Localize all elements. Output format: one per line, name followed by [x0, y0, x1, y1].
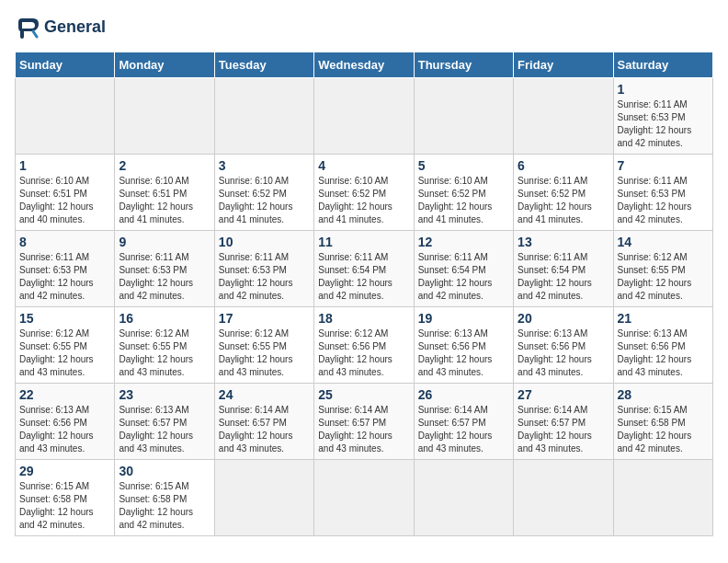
calendar-cell: 21 Sunrise: 6:13 AM Sunset: 6:56 PM Dayl… [613, 307, 712, 384]
day-number: 7 [618, 158, 709, 173]
calendar-cell: 7 Sunrise: 6:11 AM Sunset: 6:53 PM Dayli… [613, 155, 712, 231]
calendar-cell: 1 Sunrise: 6:11 AM Sunset: 6:53 PM Dayli… [613, 78, 712, 155]
day-number: 16 [119, 311, 210, 326]
day-info: Sunrise: 6:15 AM Sunset: 6:58 PM Dayligh… [618, 404, 709, 455]
day-info: Sunrise: 6:12 AM Sunset: 6:55 PM Dayligh… [618, 251, 709, 303]
calendar-body: 1 Sunrise: 6:11 AM Sunset: 6:53 PM Dayli… [16, 78, 713, 536]
day-info: Sunrise: 6:11 AM Sunset: 6:54 PM Dayligh… [318, 251, 409, 303]
calendar-cell [414, 78, 513, 155]
day-number: 20 [518, 311, 609, 326]
day-number: 18 [318, 311, 409, 326]
day-number: 2 [119, 158, 210, 173]
day-info: Sunrise: 6:10 AM Sunset: 6:51 PM Dayligh… [19, 175, 110, 226]
day-info: Sunrise: 6:11 AM Sunset: 6:53 PM Dayligh… [19, 251, 110, 303]
day-info: Sunrise: 6:11 AM Sunset: 6:54 PM Dayligh… [518, 251, 609, 303]
day-info: Sunrise: 6:14 AM Sunset: 6:57 PM Dayligh… [219, 404, 310, 455]
calendar-cell: 26 Sunrise: 6:14 AM Sunset: 6:57 PM Dayl… [414, 384, 513, 460]
calendar-cell [514, 78, 613, 155]
day-info: Sunrise: 6:13 AM Sunset: 6:56 PM Dayligh… [19, 404, 110, 455]
day-info: Sunrise: 6:11 AM Sunset: 6:53 PM Dayligh… [618, 98, 709, 150]
calendar-header: SundayMondayTuesdayWednesdayThursdayFrid… [16, 52, 713, 78]
day-number: 8 [19, 235, 110, 249]
calendar-cell: 9 Sunrise: 6:11 AM Sunset: 6:53 PM Dayli… [115, 231, 214, 307]
page-header: General [15, 15, 713, 40]
calendar-week-4: 22 Sunrise: 6:13 AM Sunset: 6:56 PM Dayl… [16, 384, 713, 460]
calendar-cell: 3 Sunrise: 6:10 AM Sunset: 6:52 PM Dayli… [214, 155, 313, 231]
calendar-week-2: 8 Sunrise: 6:11 AM Sunset: 6:53 PM Dayli… [16, 231, 713, 307]
day-info: Sunrise: 6:10 AM Sunset: 6:52 PM Dayligh… [219, 175, 310, 226]
calendar-cell [514, 460, 613, 536]
day-info: Sunrise: 6:13 AM Sunset: 6:56 PM Dayligh… [618, 327, 709, 379]
calendar-week-1: 1 Sunrise: 6:10 AM Sunset: 6:51 PM Dayli… [16, 155, 713, 231]
calendar-cell: 29 Sunrise: 6:15 AM Sunset: 6:58 PM Dayl… [16, 460, 115, 536]
calendar-cell: 18 Sunrise: 6:12 AM Sunset: 6:56 PM Dayl… [314, 307, 414, 384]
calendar-cell: 5 Sunrise: 6:10 AM Sunset: 6:52 PM Dayli… [414, 155, 513, 231]
day-number: 17 [219, 311, 310, 326]
weekday-monday: Monday [115, 52, 214, 78]
day-number: 5 [418, 158, 509, 173]
calendar-cell: 13 Sunrise: 6:11 AM Sunset: 6:54 PM Dayl… [514, 231, 613, 307]
calendar-cell: 27 Sunrise: 6:14 AM Sunset: 6:57 PM Dayl… [514, 384, 613, 460]
day-info: Sunrise: 6:15 AM Sunset: 6:58 PM Dayligh… [19, 480, 110, 532]
calendar-cell: 20 Sunrise: 6:13 AM Sunset: 6:56 PM Dayl… [514, 307, 613, 384]
calendar-cell: 25 Sunrise: 6:14 AM Sunset: 6:57 PM Dayl… [314, 384, 414, 460]
day-info: Sunrise: 6:14 AM Sunset: 6:57 PM Dayligh… [418, 404, 509, 455]
weekday-saturday: Saturday [613, 52, 712, 78]
weekday-thursday: Thursday [414, 52, 513, 78]
calendar-cell: 2 Sunrise: 6:10 AM Sunset: 6:51 PM Dayli… [115, 155, 214, 231]
day-number: 13 [518, 235, 609, 249]
day-number: 19 [418, 311, 509, 326]
calendar-cell [214, 460, 313, 536]
logo: General [15, 15, 106, 40]
calendar-cell: 16 Sunrise: 6:12 AM Sunset: 6:55 PM Dayl… [115, 307, 214, 384]
day-info: Sunrise: 6:14 AM Sunset: 6:57 PM Dayligh… [318, 404, 409, 455]
calendar-table: SundayMondayTuesdayWednesdayThursdayFrid… [15, 52, 713, 536]
calendar-week-0: 1 Sunrise: 6:11 AM Sunset: 6:53 PM Dayli… [16, 78, 713, 155]
logo-icon [15, 15, 40, 40]
calendar-week-3: 15 Sunrise: 6:12 AM Sunset: 6:55 PM Dayl… [16, 307, 713, 384]
calendar-cell: 4 Sunrise: 6:10 AM Sunset: 6:52 PM Dayli… [314, 155, 414, 231]
day-number: 30 [119, 464, 210, 478]
day-info: Sunrise: 6:11 AM Sunset: 6:52 PM Dayligh… [518, 175, 609, 226]
weekday-wednesday: Wednesday [314, 52, 414, 78]
calendar-cell: 28 Sunrise: 6:15 AM Sunset: 6:58 PM Dayl… [613, 384, 712, 460]
day-number: 22 [19, 387, 110, 402]
calendar-cell: 6 Sunrise: 6:11 AM Sunset: 6:52 PM Dayli… [514, 155, 613, 231]
calendar-cell: 30 Sunrise: 6:15 AM Sunset: 6:58 PM Dayl… [115, 460, 214, 536]
calendar-cell: 24 Sunrise: 6:14 AM Sunset: 6:57 PM Dayl… [214, 384, 313, 460]
calendar-cell [613, 460, 712, 536]
day-info: Sunrise: 6:11 AM Sunset: 6:53 PM Dayligh… [119, 251, 210, 303]
day-info: Sunrise: 6:13 AM Sunset: 6:57 PM Dayligh… [119, 404, 210, 455]
day-info: Sunrise: 6:11 AM Sunset: 6:53 PM Dayligh… [219, 251, 310, 303]
weekday-tuesday: Tuesday [214, 52, 313, 78]
day-number: 1 [19, 158, 110, 173]
day-number: 3 [219, 158, 310, 173]
calendar-cell: 8 Sunrise: 6:11 AM Sunset: 6:53 PM Dayli… [16, 231, 115, 307]
day-info: Sunrise: 6:11 AM Sunset: 6:53 PM Dayligh… [618, 175, 709, 226]
day-info: Sunrise: 6:13 AM Sunset: 6:56 PM Dayligh… [418, 327, 509, 379]
day-info: Sunrise: 6:12 AM Sunset: 6:55 PM Dayligh… [219, 327, 310, 379]
day-info: Sunrise: 6:13 AM Sunset: 6:56 PM Dayligh… [518, 327, 609, 379]
calendar-cell: 10 Sunrise: 6:11 AM Sunset: 6:53 PM Dayl… [214, 231, 313, 307]
calendar-week-5: 29 Sunrise: 6:15 AM Sunset: 6:58 PM Dayl… [16, 460, 713, 536]
day-number: 27 [518, 387, 609, 402]
day-info: Sunrise: 6:12 AM Sunset: 6:55 PM Dayligh… [19, 327, 110, 379]
day-number: 10 [219, 235, 310, 249]
day-number: 11 [318, 235, 409, 249]
day-number: 12 [418, 235, 509, 249]
day-number: 14 [618, 235, 709, 249]
calendar-cell: 11 Sunrise: 6:11 AM Sunset: 6:54 PM Dayl… [314, 231, 414, 307]
day-number: 1 [618, 82, 709, 97]
day-info: Sunrise: 6:12 AM Sunset: 6:56 PM Dayligh… [318, 327, 409, 379]
calendar-cell [414, 460, 513, 536]
day-info: Sunrise: 6:15 AM Sunset: 6:58 PM Dayligh… [119, 480, 210, 532]
calendar-cell: 22 Sunrise: 6:13 AM Sunset: 6:56 PM Dayl… [16, 384, 115, 460]
day-info: Sunrise: 6:14 AM Sunset: 6:57 PM Dayligh… [518, 404, 609, 455]
day-info: Sunrise: 6:10 AM Sunset: 6:52 PM Dayligh… [418, 175, 509, 226]
day-number: 21 [618, 311, 709, 326]
calendar-cell [314, 460, 414, 536]
day-number: 23 [119, 387, 210, 402]
calendar-cell: 19 Sunrise: 6:13 AM Sunset: 6:56 PM Dayl… [414, 307, 513, 384]
day-number: 29 [19, 464, 110, 478]
calendar-cell: 23 Sunrise: 6:13 AM Sunset: 6:57 PM Dayl… [115, 384, 214, 460]
